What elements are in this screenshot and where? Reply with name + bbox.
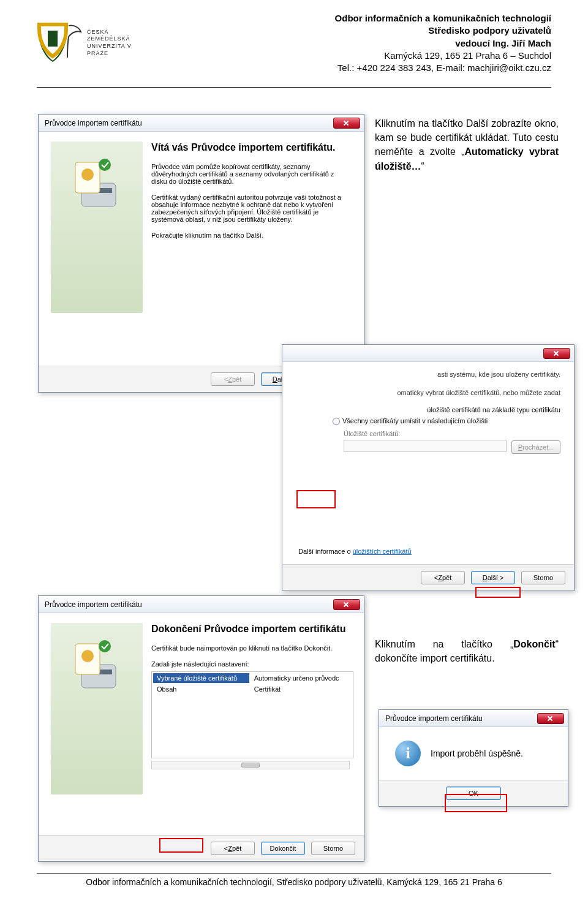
import-success-dialog: Průvodce importem certifikátu i Import p… bbox=[379, 709, 568, 807]
table-cell: Certifikát bbox=[251, 684, 352, 694]
dialog-title: Průvodce importem certifikátu bbox=[45, 600, 333, 609]
wizard-store-dialog: asti systému, kde jsou uloženy certifiká… bbox=[282, 344, 575, 591]
browse-button[interactable]: Procházet... bbox=[511, 440, 560, 454]
svg-point-10 bbox=[99, 640, 111, 652]
highlight-box bbox=[296, 490, 336, 508]
footer-rule bbox=[37, 873, 551, 873]
dialog-title: Průvodce importem certifikátu bbox=[45, 119, 333, 127]
close-icon[interactable] bbox=[333, 118, 360, 129]
table-cell: Obsah bbox=[153, 684, 249, 694]
store-input[interactable] bbox=[344, 440, 507, 452]
wizard-heading: Dokončení Průvodce importem certifikátu bbox=[151, 623, 352, 636]
page-footer: Odbor informačních a komunikačních techn… bbox=[37, 877, 551, 887]
wizard-text: Pokračujte kliknutím na tlačítko Další. bbox=[151, 232, 352, 239]
clipped-text: omaticky vybrat úložiště certifikátů, ne… bbox=[296, 389, 560, 396]
instruction-paragraph-1: Kliknutím na tlačítko Další zobrazíte ok… bbox=[375, 116, 559, 173]
info-icon: i bbox=[395, 741, 421, 766]
next-button[interactable]: Další > bbox=[471, 571, 515, 584]
close-icon[interactable] bbox=[537, 713, 564, 724]
back-button[interactable]: < Zpět bbox=[211, 842, 255, 855]
close-icon[interactable] bbox=[543, 348, 570, 359]
svg-point-4 bbox=[81, 168, 94, 181]
logo: ČESKÁ ZEMĚDĚLSKÁ UNIVERZITA V PRAZE bbox=[37, 12, 135, 74]
wizard-banner-icon bbox=[51, 623, 143, 794]
dialog-titlebar: Průvodce importem certifikátu bbox=[379, 710, 568, 727]
back-button[interactable]: < Zpět bbox=[211, 372, 255, 386]
logo-text: ČESKÁ ZEMĚDĚLSKÁ UNIVERZITA V PRAZE bbox=[87, 29, 135, 58]
wizard-banner-icon bbox=[51, 141, 143, 313]
table-cell: Vybrané úložiště certifikátů bbox=[153, 673, 249, 683]
svg-rect-0 bbox=[48, 31, 58, 47]
wizard-text: Certifikát vydaný certifikační autoritou… bbox=[151, 194, 352, 223]
czu-shield-icon bbox=[37, 22, 83, 64]
finish-button[interactable]: Dokončit bbox=[261, 842, 305, 855]
cancel-button[interactable]: Storno bbox=[521, 571, 565, 584]
wizard-finish-dialog: Průvodce importem certifikátu Dokončení … bbox=[38, 595, 364, 862]
wizard-heading: Vítá vás Průvodce importem certifikátu. bbox=[151, 141, 352, 154]
wizard-text: Certifikát bude naimportován po kliknutí… bbox=[151, 644, 352, 652]
radio-place-all[interactable]: Všechny certifikáty umístit v následujíc… bbox=[333, 417, 560, 425]
header-rule bbox=[37, 87, 551, 88]
table-cell: Automaticky určeno průvodc bbox=[251, 673, 352, 683]
dialog-titlebar bbox=[282, 345, 574, 362]
header-contact: Odbor informačních a komunikačních techn… bbox=[335, 12, 551, 74]
highlight-box bbox=[445, 794, 507, 812]
highlight-box bbox=[475, 587, 521, 598]
settings-table: Vybrané úložiště certifikátůAutomaticky … bbox=[151, 671, 353, 758]
close-icon[interactable] bbox=[333, 599, 360, 610]
wizard-text: Zadali jste následující nastavení: bbox=[151, 660, 352, 668]
svg-point-5 bbox=[99, 159, 111, 171]
clipped-text: úložiště certifikátů na základě typu cer… bbox=[333, 406, 560, 413]
dialog-titlebar: Průvodce importem certifikátu bbox=[39, 596, 364, 613]
dialog-titlebar: Průvodce importem certifikátu bbox=[39, 115, 364, 132]
instruction-paragraph-2: Kliknutím na tlačítko „Dokončit“ dokončí… bbox=[375, 637, 559, 665]
message-text: Import proběhl úspěšně. bbox=[431, 749, 523, 758]
highlight-box bbox=[159, 838, 203, 853]
store-label: Úložiště certifikátů: bbox=[344, 430, 560, 437]
horizontal-scrollbar[interactable] bbox=[151, 761, 350, 769]
more-info-link[interactable]: Další informace o úložištích certifikátů bbox=[298, 548, 412, 555]
cancel-button[interactable]: Storno bbox=[311, 842, 355, 855]
svg-point-9 bbox=[81, 650, 94, 662]
back-button[interactable]: < Zpět bbox=[421, 571, 465, 584]
wizard-text: Průvodce vám pomůže kopírovat certifikát… bbox=[151, 163, 352, 185]
clipped-text: asti systému, kde jsou uloženy certifiká… bbox=[296, 371, 560, 378]
dialog-title: Průvodce importem certifikátu bbox=[385, 714, 537, 723]
page-header: ČESKÁ ZEMĚDĚLSKÁ UNIVERZITA V PRAZE Odbo… bbox=[37, 12, 551, 74]
